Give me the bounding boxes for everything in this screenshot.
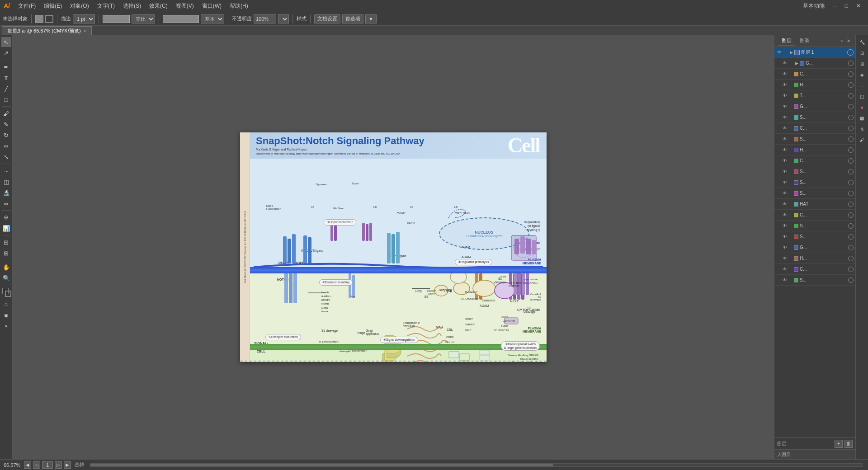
layer-eye-8[interactable]: 👁 <box>782 147 788 153</box>
none-color-btn[interactable]: ✕ <box>1 321 11 331</box>
delete-layer-btn[interactable]: 🗑 <box>844 440 853 448</box>
menu-select[interactable]: 选择(S) <box>119 1 145 11</box>
blend-tool[interactable]: ∞ <box>1 198 11 208</box>
arrange-btn[interactable]: ▼ <box>365 14 377 24</box>
pathfinder-btn[interactable]: ◈ <box>857 70 867 80</box>
menu-view[interactable]: 视图(V) <box>172 1 198 11</box>
layer-row-15[interactable]: 👁 ▶ S... <box>774 231 855 242</box>
stroke-btn[interactable]: — <box>857 80 867 90</box>
layers-tab[interactable]: 图层 <box>778 36 795 46</box>
fill-stroke-colors[interactable] <box>1 288 11 298</box>
select-tool[interactable]: ↖ <box>1 37 11 47</box>
layer-row-5[interactable]: 👁 ▶ S... <box>774 112 855 123</box>
layer-row-3[interactable]: 👁 ▶ T... <box>774 90 855 101</box>
panel-collapse-icon[interactable]: ✕ <box>845 38 852 44</box>
layer-eye-0[interactable]: 👁 <box>782 60 788 66</box>
layer-row-13[interactable]: 👁 ▶ C... <box>774 210 855 221</box>
color-mode-btn[interactable]: □ <box>1 300 11 310</box>
layer-eye-1[interactable]: 👁 <box>782 71 788 77</box>
layer-eye-18[interactable]: 👁 <box>782 266 788 273</box>
layer-eye-13[interactable]: 👁 <box>782 212 788 218</box>
brushes-btn[interactable]: 🖌 <box>857 135 867 145</box>
direct-select-tool[interactable]: ↗ <box>1 48 11 58</box>
slice-tool[interactable]: ⊠ <box>1 248 11 258</box>
type-tool[interactable]: T <box>1 73 11 83</box>
maximize-btn[interactable]: □ <box>841 2 852 10</box>
layer-row-19[interactable]: 👁 ▶ S... <box>774 275 855 286</box>
layer-row-17[interactable]: 👁 ▶ H... <box>774 253 855 264</box>
menu-help[interactable]: 帮助(H) <box>226 1 252 11</box>
first-item-btn[interactable]: 首选项 <box>342 14 363 24</box>
layer-row-6[interactable]: 👁 ▶ C... <box>774 123 855 134</box>
layer-row-9[interactable]: 👁 ▶ C... <box>774 155 855 166</box>
layer-expand-main[interactable]: ▶ <box>790 50 793 55</box>
opacity-input[interactable] <box>254 14 276 24</box>
menu-edit[interactable]: 编辑(E) <box>40 1 66 11</box>
menu-effect[interactable]: 效果(C) <box>146 1 171 11</box>
mirror-tool[interactable]: ⇔ <box>1 141 11 151</box>
transform-btn[interactable]: ⊡ <box>857 48 867 58</box>
artboard-tool[interactable]: ⊞ <box>1 237 11 247</box>
layer-row-14[interactable]: 👁 ▶ S... <box>774 221 855 231</box>
layer-expand-0[interactable]: ▶ <box>795 61 798 66</box>
layer-eye-16[interactable]: 👁 <box>782 244 788 251</box>
menu-window[interactable]: 窗口(W) <box>198 1 225 11</box>
next-page-btn[interactable]: ▷ <box>55 461 62 469</box>
stroke-equal-select[interactable]: 等比 <box>132 14 155 24</box>
paintbrush-tool[interactable]: 🖌 <box>1 108 11 118</box>
pencil-tool[interactable]: ✎ <box>1 119 11 129</box>
layer-eye-10[interactable]: 👁 <box>782 169 788 175</box>
layer-row-7[interactable]: 👁 ▶ S... <box>774 134 855 145</box>
tab-close-btn[interactable]: × <box>84 28 86 33</box>
layer-eye-3[interactable]: 👁 <box>782 93 788 99</box>
layer-row-12[interactable]: 👁 ▶ S... <box>774 188 855 199</box>
doc-settings-btn[interactable]: 文档设置 <box>314 14 340 24</box>
layer-eye-9[interactable]: 👁 <box>782 158 788 164</box>
opacity-unit[interactable]: % <box>278 14 289 24</box>
shape-tool[interactable]: □ <box>1 94 11 104</box>
layer-eye-main[interactable]: 👁 <box>776 49 783 56</box>
add-layer-btn[interactable]: + <box>835 440 843 448</box>
layer-row-2[interactable]: 👁 ▶ H... <box>774 80 855 90</box>
layer-eye-11[interactable]: 👁 <box>782 179 788 186</box>
prev-page-btn[interactable]: ◀ <box>24 461 31 469</box>
menu-text[interactable]: 文字(T) <box>94 1 118 11</box>
layer-eye-4[interactable]: 👁 <box>782 103 788 110</box>
layer-eye-7[interactable]: 👁 <box>782 136 788 142</box>
workspace-label[interactable]: 基本功能 <box>799 1 828 11</box>
layer-row-18[interactable]: 👁 ▶ C... <box>774 264 855 275</box>
layer-row-16[interactable]: 👁 ▶ G... <box>774 242 855 253</box>
layers-list[interactable]: 👁 ▶ G... 👁 ▶ C... 👁 ▶ H... <box>774 58 855 437</box>
gradient-tool[interactable]: ◫ <box>1 177 11 187</box>
zoom-tool[interactable]: 🔍 <box>1 273 11 283</box>
layer-eye-19[interactable]: 👁 <box>782 277 788 283</box>
eyedropper-tool[interactable]: 🔬 <box>1 188 11 197</box>
next-page-btn2[interactable]: ▶ <box>64 461 71 469</box>
line-tool[interactable]: ╱ <box>1 84 11 94</box>
stroke-color-box[interactable] <box>45 15 53 23</box>
layer-eye-15[interactable]: 👁 <box>782 234 788 240</box>
canvas-area[interactable]: Cell, March 22, 2007©2007 Elsevier Inc. … <box>13 35 774 459</box>
align-btn[interactable]: ⊞ <box>857 59 867 69</box>
pen-tool[interactable]: ✒ <box>1 62 11 72</box>
prev-page-btn2[interactable]: ◁ <box>33 461 40 469</box>
layer-eye-2[interactable]: 👁 <box>782 82 788 88</box>
panel-menu-icon[interactable]: ≡ <box>839 38 844 44</box>
style-select[interactable]: 基本 <box>201 14 224 24</box>
rotate-tool[interactable]: ↻ <box>1 130 11 140</box>
swatches-btn[interactable]: ▩ <box>857 113 867 123</box>
pattern-tab[interactable]: 图案 <box>796 36 813 46</box>
symbols-btn[interactable]: ※ <box>857 124 867 134</box>
layer-main-row[interactable]: 👁 ▶ 图层 1 <box>774 47 855 58</box>
layer-eye-14[interactable]: 👁 <box>782 223 788 229</box>
layer-row-11[interactable]: 👁 ▶ S... <box>774 177 855 188</box>
symbol-tool[interactable]: ※ <box>1 212 11 222</box>
minimize-btn[interactable]: ─ <box>829 2 840 10</box>
layer-row-4[interactable]: 👁 ▶ G... <box>774 101 855 112</box>
layer-eye-hat[interactable]: 👁 <box>782 201 788 207</box>
layer-row-1[interactable]: 👁 ▶ C... <box>774 69 855 80</box>
color-btn[interactable]: ■ <box>857 102 867 112</box>
close-btn[interactable]: ✕ <box>853 2 864 10</box>
fill-color-box[interactable] <box>35 15 43 23</box>
layer-row-0[interactable]: 👁 ▶ G... <box>774 58 855 69</box>
